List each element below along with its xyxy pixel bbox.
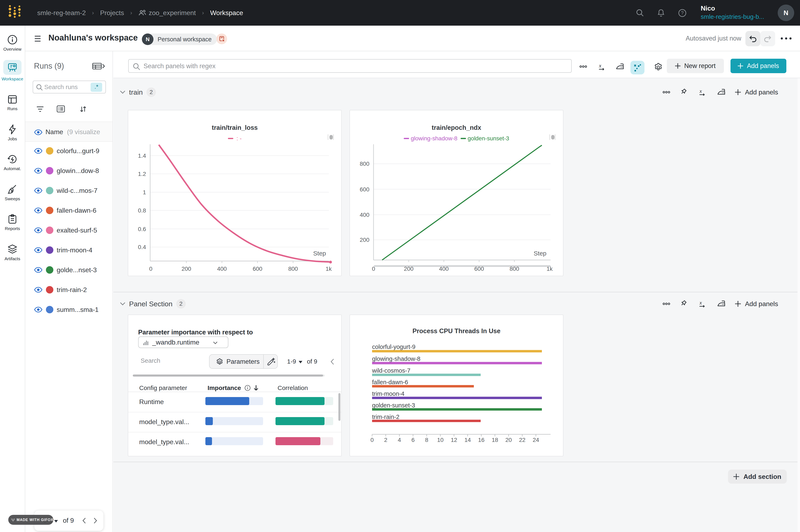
- svg-text:12: 12: [451, 437, 457, 443]
- svg-text:4: 4: [398, 437, 401, 443]
- svg-text:8: 8: [425, 437, 428, 443]
- svg-text:800: 800: [288, 266, 298, 272]
- svg-text:x: x: [699, 89, 702, 94]
- svg-text:fallen-dawn-6: fallen-dawn-6: [372, 379, 408, 385]
- svg-text:golden-sunset-3: golden-sunset-3: [372, 402, 415, 408]
- svg-text:trim-rain-2: trim-rain-2: [372, 414, 399, 420]
- svg-text:24: 24: [533, 437, 539, 443]
- svg-text:0.4: 0.4: [138, 244, 146, 250]
- svg-text:x: x: [599, 63, 601, 69]
- svg-text:1k: 1k: [325, 266, 332, 272]
- svg-text:0: 0: [370, 437, 374, 443]
- svg-text:16: 16: [478, 437, 484, 443]
- svg-text:Step: Step: [313, 250, 326, 257]
- svg-text:600: 600: [253, 266, 262, 272]
- svg-text:600: 600: [360, 186, 369, 193]
- svg-text:x: x: [699, 300, 702, 306]
- svg-text:?: ?: [681, 10, 684, 16]
- svg-text:10: 10: [437, 437, 443, 443]
- svg-text:400: 400: [360, 212, 369, 218]
- svg-text:Step: Step: [534, 250, 546, 257]
- svg-text:800: 800: [360, 160, 369, 167]
- svg-text:18: 18: [491, 437, 498, 443]
- svg-text:200: 200: [182, 266, 191, 272]
- svg-text:1.2: 1.2: [138, 171, 146, 177]
- svg-text:0: 0: [149, 266, 152, 272]
- svg-text:14: 14: [464, 437, 471, 443]
- svg-text:22: 22: [519, 437, 525, 443]
- svg-text:colorful-yogurt-9: colorful-yogurt-9: [372, 343, 415, 350]
- svg-text:400: 400: [217, 266, 227, 272]
- svg-text:glowing-shadow-8: glowing-shadow-8: [372, 356, 421, 362]
- svg-text:20: 20: [505, 437, 512, 443]
- svg-text:0.8: 0.8: [138, 207, 146, 214]
- svg-text:1: 1: [143, 189, 146, 195]
- svg-text:200: 200: [360, 236, 369, 243]
- svg-text:trim-moon-4: trim-moon-4: [372, 391, 404, 397]
- svg-text:wild-cosmos-7: wild-cosmos-7: [372, 367, 410, 374]
- svg-text:1.4: 1.4: [138, 153, 146, 159]
- svg-text:2: 2: [384, 437, 387, 443]
- svg-text:6: 6: [411, 437, 415, 443]
- svg-text:0.6: 0.6: [138, 226, 146, 232]
